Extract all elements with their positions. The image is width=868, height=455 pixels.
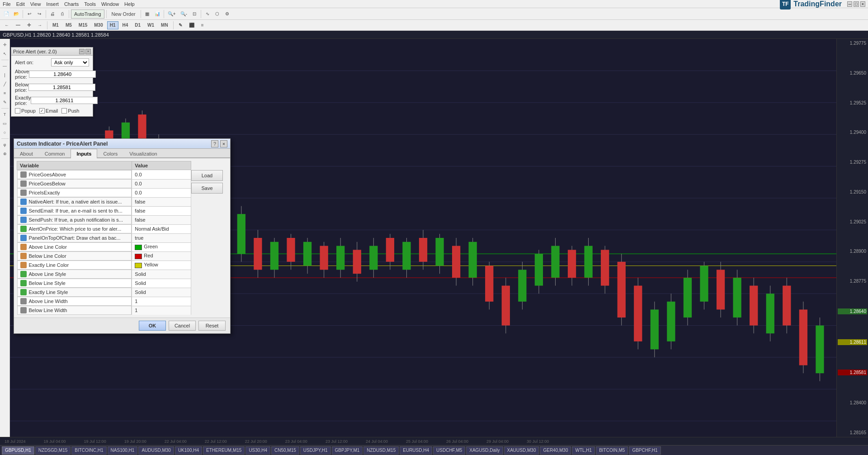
settings-btn[interactable]: ⚙ bbox=[223, 9, 232, 19]
bottom-tab-item[interactable]: NZDUSD,M15 bbox=[363, 446, 399, 455]
bottom-tab-item[interactable]: GBPCHF,H1 bbox=[629, 446, 660, 455]
left-text[interactable]: T bbox=[1, 110, 9, 118]
left-arrow[interactable]: ↖ bbox=[1, 50, 9, 58]
bottom-tab-item[interactable]: XAUUSD,M30 bbox=[504, 446, 539, 455]
bottom-tab-item[interactable]: NAS100,H1 bbox=[108, 446, 138, 455]
timeframe-H1[interactable]: H1 bbox=[107, 21, 118, 29]
cancel-button[interactable]: Cancel bbox=[169, 321, 196, 331]
above-price-input[interactable] bbox=[29, 71, 96, 78]
table-row[interactable]: Below Line StyleSolid bbox=[17, 279, 191, 288]
menu-edit[interactable]: Edit bbox=[16, 1, 25, 7]
indicators-btn[interactable]: ∿ bbox=[203, 9, 212, 19]
bottom-tab-item[interactable]: BITCOINC,H1 bbox=[71, 446, 106, 455]
tab-common[interactable]: Common bbox=[39, 149, 71, 158]
left-crosshair[interactable]: ✛ bbox=[1, 41, 9, 49]
save-button[interactable]: Save bbox=[191, 183, 223, 194]
left-expand[interactable]: ⊕ bbox=[1, 150, 9, 158]
push-checkbox[interactable] bbox=[61, 108, 67, 114]
table-row[interactable]: Above Line Width1 bbox=[17, 297, 191, 306]
bottom-tab-item[interactable]: US30,H4 bbox=[245, 446, 270, 455]
timeframe-line[interactable]: — bbox=[13, 21, 23, 29]
table-row[interactable]: PriceIsExactly0.0 bbox=[17, 188, 191, 197]
timeframe-cross[interactable]: ✛ bbox=[24, 21, 33, 29]
left-line-v[interactable]: | bbox=[1, 71, 9, 79]
timeframe-M15[interactable]: M15 bbox=[76, 21, 90, 29]
bottom-tab-item[interactable]: WTL,H1 bbox=[572, 446, 595, 455]
bottom-tab-item[interactable]: XAGUSD,Daily bbox=[466, 446, 503, 455]
timeframe-D1[interactable]: D1 bbox=[132, 21, 143, 29]
window-maximize[interactable]: □ bbox=[854, 1, 859, 7]
load-button[interactable]: Load bbox=[191, 170, 223, 181]
inputs-table-wrap[interactable]: Variable Value PriceGoesAbove0.0PriceGoe… bbox=[17, 161, 191, 315]
color-btn[interactable]: ⬛ bbox=[186, 21, 197, 29]
tab-about[interactable]: About bbox=[14, 149, 39, 158]
table-row[interactable]: SendEmail: If true, an e-mail is sent to… bbox=[17, 206, 191, 215]
window-minimize[interactable]: ─ bbox=[847, 1, 852, 7]
bottom-tab-item[interactable]: GER40,M30 bbox=[540, 446, 571, 455]
fit-btn[interactable]: ⊡ bbox=[190, 9, 199, 19]
new-order-button[interactable]: New Order bbox=[108, 9, 139, 19]
menu-insert[interactable]: Insert bbox=[46, 1, 59, 7]
email-checkbox[interactable] bbox=[39, 108, 45, 114]
table-row[interactable]: Above Line ColorGreen bbox=[17, 242, 191, 251]
price-alert-minimize[interactable]: ─ bbox=[79, 49, 85, 54]
table-row[interactable]: NativeAlert: If true, a native alert is … bbox=[17, 197, 191, 206]
bottom-tab-item[interactable]: AUDUSD,M30 bbox=[138, 446, 174, 455]
left-pencil[interactable]: ✎ bbox=[1, 98, 9, 106]
bottom-tab-item[interactable]: GBPUSD,H1 bbox=[2, 446, 34, 455]
timeframe-M5[interactable]: M5 bbox=[63, 21, 75, 29]
menu-file[interactable]: File bbox=[3, 1, 11, 7]
timeframe-arrow-right[interactable]: → bbox=[35, 21, 45, 29]
table-row[interactable]: AlertOnPrice: Which price to use for ale… bbox=[17, 224, 191, 233]
bottom-tab-item[interactable]: USDCHF,M5 bbox=[433, 446, 465, 455]
window-close[interactable]: × bbox=[860, 1, 865, 7]
undo-btn[interactable]: ↩ bbox=[25, 9, 34, 19]
timeframe-M1[interactable]: M1 bbox=[50, 21, 61, 29]
bottom-tab-item[interactable]: GBPJPY,M1 bbox=[332, 446, 363, 455]
menu-tools[interactable]: Tools bbox=[84, 1, 96, 7]
price-alert-title-bar[interactable]: Price Alert (ver. 2.0) ─ × bbox=[11, 47, 93, 56]
dialog-help-button[interactable]: ? bbox=[211, 140, 218, 147]
chart-bar-btn[interactable]: ▦ bbox=[143, 9, 152, 19]
draw-btn[interactable]: ✎ bbox=[176, 21, 185, 29]
table-row[interactable]: Above Line StyleSolid bbox=[17, 270, 191, 279]
table-row[interactable]: Below Line Width1 bbox=[17, 306, 191, 315]
timeframe-H4[interactable]: H4 bbox=[120, 21, 131, 29]
zoom-in-btn[interactable]: 🔍+ bbox=[166, 9, 178, 19]
bottom-tab-item[interactable]: ETHEREUM,M15 bbox=[203, 446, 245, 455]
print-preview-btn[interactable]: ⎙ bbox=[58, 9, 67, 19]
left-rect[interactable]: ▭ bbox=[1, 119, 9, 128]
menu-charts[interactable]: Charts bbox=[64, 1, 79, 7]
left-channel[interactable]: ≡ bbox=[1, 89, 9, 97]
menu-view[interactable]: View bbox=[30, 1, 41, 7]
tab-inputs[interactable]: Inputs bbox=[71, 149, 97, 158]
open-btn[interactable]: 📂 bbox=[12, 9, 21, 19]
menu-window[interactable]: Window bbox=[101, 1, 119, 7]
left-line-h[interactable]: — bbox=[1, 62, 9, 70]
table-row[interactable]: Below Line ColorRed bbox=[17, 251, 191, 261]
template-btn[interactable]: ≡ bbox=[198, 21, 207, 29]
tab-colors[interactable]: Colors bbox=[97, 149, 123, 158]
autotrading-button[interactable]: AutoTrading bbox=[71, 9, 104, 19]
reset-button[interactable]: Reset bbox=[198, 321, 226, 331]
redo-btn[interactable]: ↪ bbox=[35, 9, 44, 19]
popup-checkbox[interactable] bbox=[15, 108, 20, 114]
left-trend[interactable]: ╱ bbox=[1, 80, 9, 88]
left-fib[interactable]: φ bbox=[1, 141, 9, 149]
table-row[interactable]: SendPush: If true, a push notification i… bbox=[17, 215, 191, 224]
new-btn[interactable]: 📄 bbox=[2, 9, 11, 19]
tab-visualization[interactable]: Visualization bbox=[123, 149, 163, 158]
bottom-tab-item[interactable]: USDJPY,H1 bbox=[300, 446, 331, 455]
left-ellipse[interactable]: ○ bbox=[1, 128, 9, 137]
print-btn[interactable]: 🖨 bbox=[48, 9, 57, 19]
price-alert-close[interactable]: × bbox=[85, 49, 91, 54]
bottom-tab-item[interactable]: UK100,H4 bbox=[175, 446, 202, 455]
bottom-tab-item[interactable]: BITCOIN,M5 bbox=[596, 446, 628, 455]
alert-on-dropdown[interactable]: Ask only bbox=[51, 58, 89, 66]
timeframe-W1[interactable]: W1 bbox=[145, 21, 157, 29]
dialog-close-button[interactable]: × bbox=[220, 140, 227, 147]
below-price-input[interactable] bbox=[28, 84, 95, 91]
ok-button[interactable]: OK bbox=[139, 321, 166, 331]
bottom-tab-item[interactable]: CN50,M15 bbox=[271, 446, 299, 455]
bottom-tab-item[interactable]: EURUSD,H4 bbox=[400, 446, 432, 455]
